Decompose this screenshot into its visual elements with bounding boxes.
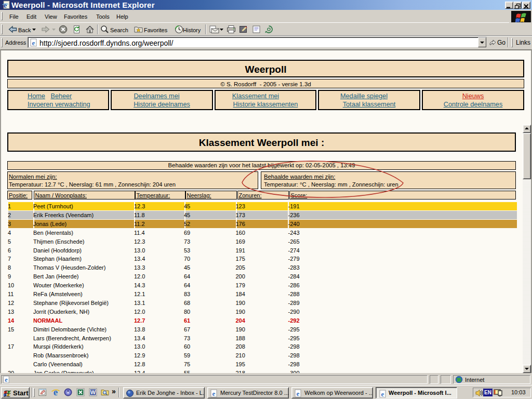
- svg-text:e: e: [212, 390, 216, 397]
- svg-text:e: e: [32, 39, 35, 47]
- svg-text:e: e: [381, 390, 384, 398]
- svg-text:e: e: [5, 376, 8, 383]
- svg-text:W: W: [90, 389, 96, 395]
- svg-text:e: e: [54, 387, 58, 396]
- svg-text:e: e: [297, 390, 300, 397]
- svg-text:e: e: [4, 2, 7, 9]
